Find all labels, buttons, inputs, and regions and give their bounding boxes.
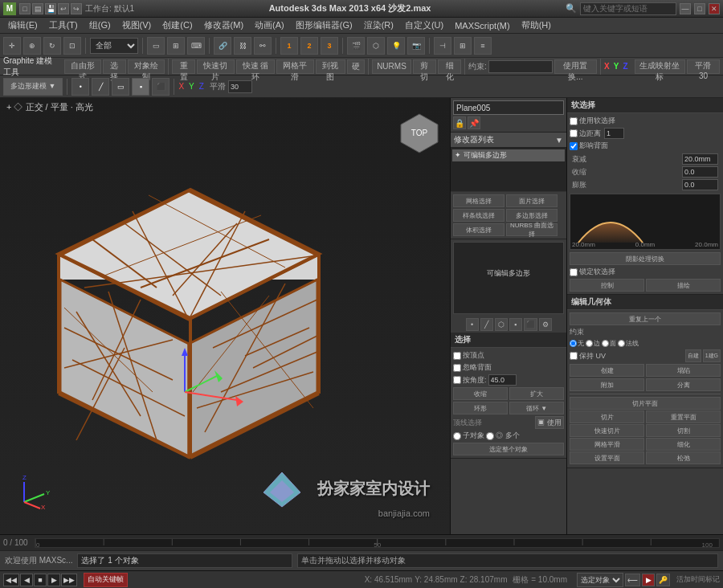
- filter-dropdown[interactable]: 全部: [90, 38, 138, 54]
- loop-btn[interactable]: 循环 ▼: [509, 402, 564, 414]
- undo-btn[interactable]: ↩: [58, 3, 69, 14]
- pin-icon[interactable]: 📌: [468, 116, 480, 129]
- repeat-last-btn[interactable]: 重复上一个: [570, 312, 721, 325]
- end-btn[interactable]: ▶▶: [61, 574, 77, 586]
- make-planar-btn[interactable]: 设置平面: [570, 451, 644, 464]
- angle-chk[interactable]: [453, 376, 461, 384]
- icon-face[interactable]: ▪: [509, 318, 522, 331]
- face-radio[interactable]: [602, 340, 609, 347]
- menu-tools[interactable]: 工具(T): [44, 18, 83, 33]
- align-icon[interactable]: ≡: [474, 37, 492, 55]
- num3-icon[interactable]: 3: [321, 37, 338, 55]
- collapse-btn[interactable]: 塌陷: [646, 364, 721, 377]
- paint-btn[interactable]: 对象绘制: [128, 59, 165, 74]
- render-icon[interactable]: 🎬: [347, 37, 365, 55]
- poly-sel-btn[interactable]: 多边形选择: [506, 209, 558, 222]
- nurms-btn[interactable]: NURMS: [372, 59, 411, 74]
- bubble-input[interactable]: [682, 179, 718, 190]
- edge-dist-chk[interactable]: [570, 129, 578, 137]
- smooth-val-btn[interactable]: 生成映射坐标: [635, 59, 685, 74]
- key-mode-btn[interactable]: 自动关键帧: [84, 573, 128, 587]
- affect-back-chk[interactable]: [570, 142, 578, 150]
- element-icon[interactable]: ⬛: [152, 78, 170, 96]
- multi-radio[interactable]: [486, 432, 494, 440]
- select-mode-dropdown[interactable]: 选定对象: [577, 573, 623, 587]
- icon-settings[interactable]: ⚙: [539, 318, 552, 331]
- nav-cube[interactable]: TOP: [398, 110, 438, 150]
- menu-edit[interactable]: 编辑(E): [3, 18, 43, 33]
- select-icon[interactable]: ✛: [3, 37, 21, 55]
- move-icon[interactable]: ⊕: [23, 37, 41, 55]
- refine-btn[interactable]: 细化: [438, 59, 461, 74]
- stop-btn[interactable]: ■: [34, 574, 47, 586]
- mesh-sel-btn[interactable]: 网格选择: [453, 194, 504, 207]
- window-cross-icon[interactable]: ⊞: [167, 37, 185, 55]
- poly-mode-btn[interactable]: 多边形建模 ▼: [3, 78, 63, 96]
- slice-btn[interactable]: 切片: [570, 410, 644, 423]
- menu-create[interactable]: 创建(C): [157, 18, 197, 33]
- menu-view[interactable]: 视图(V): [117, 18, 157, 33]
- next-btn[interactable]: ▶: [47, 574, 60, 586]
- ring-btn[interactable]: 环形: [453, 402, 508, 414]
- minimize-btn[interactable]: —: [680, 3, 691, 14]
- nurbs-sel-btn[interactable]: NURBS 曲面选择: [506, 223, 558, 236]
- close-btn[interactable]: ✕: [709, 3, 720, 14]
- vertex-icon[interactable]: •: [71, 78, 89, 96]
- prev-btn[interactable]: ◀: [20, 574, 33, 586]
- scale-icon[interactable]: ⊡: [63, 37, 81, 55]
- light-icon[interactable]: 💡: [387, 37, 405, 55]
- normal-radio[interactable]: [618, 340, 625, 347]
- use-soft-chk[interactable]: [570, 117, 578, 125]
- mirror-icon[interactable]: ⊣: [434, 37, 451, 55]
- icon-element[interactable]: ⬛: [524, 318, 537, 331]
- meshsmooth-btn[interactable]: 网格平滑: [276, 59, 313, 74]
- lock-icon[interactable]: 🔒: [453, 116, 466, 129]
- redo-btn[interactable]: ↪: [71, 3, 82, 14]
- num2-icon[interactable]: 2: [300, 37, 318, 55]
- quickslice-btn[interactable]: 快速切片: [197, 59, 234, 74]
- open-btn[interactable]: ▤: [32, 3, 43, 14]
- play-btn[interactable]: ◀◀: [3, 574, 19, 586]
- reset-btn[interactable]: 重置: [172, 59, 195, 74]
- num1-icon[interactable]: 1: [280, 37, 298, 55]
- select-btn[interactable]: 选择: [103, 59, 126, 74]
- use-constraint-btn[interactable]: 使用置换...: [554, 59, 597, 74]
- detach-btn[interactable]: 分离: [646, 378, 721, 391]
- menu-customize[interactable]: 自定义(U): [400, 18, 448, 33]
- slice-plane-btn[interactable]: 切片平面: [570, 397, 721, 410]
- menu-render[interactable]: 渲染(R): [359, 18, 398, 33]
- edge-dist-input[interactable]: [604, 128, 624, 139]
- unlink-icon[interactable]: ⛓: [234, 37, 251, 55]
- smooth-angle-input[interactable]: [228, 80, 252, 93]
- menu-animation[interactable]: 动画(A): [250, 18, 289, 33]
- save-btn[interactable]: 💾: [45, 3, 56, 14]
- icon-edge[interactable]: ╱: [480, 318, 493, 331]
- meshsmooth2-btn[interactable]: 网格平滑: [570, 438, 644, 451]
- select-all-btn[interactable]: 选定整个对象: [453, 443, 564, 455]
- toview-btn[interactable]: 到视图: [316, 59, 346, 74]
- relax-btn[interactable]: 松弛: [646, 451, 721, 464]
- use-btn[interactable]: ▣ 使用: [535, 416, 564, 429]
- select-region-icon[interactable]: ▭: [147, 37, 165, 55]
- menu-maxscript[interactable]: MAXScript(M): [450, 19, 514, 32]
- preserve-uv-chk[interactable]: [570, 352, 578, 360]
- link-icon[interactable]: 🔗: [214, 37, 231, 55]
- generate-btn[interactable]: 平滑 30: [687, 59, 720, 74]
- maximize-btn[interactable]: □: [694, 3, 705, 14]
- new-btn[interactable]: □: [19, 3, 31, 14]
- control-btn[interactable]: 控制: [570, 279, 644, 292]
- camera-icon[interactable]: 📷: [407, 37, 425, 55]
- falloff-input[interactable]: [682, 153, 718, 165]
- material-icon[interactable]: ⬡: [367, 37, 385, 55]
- rotate-icon[interactable]: ↻: [43, 37, 61, 55]
- grow-btn[interactable]: 扩大: [509, 387, 564, 400]
- shrink-btn[interactable]: 收缩: [453, 387, 508, 400]
- menu-modifier[interactable]: 修改器(M): [199, 18, 249, 33]
- paint-btn2[interactable]: 描绘: [646, 279, 721, 292]
- create-btn[interactable]: 创建: [570, 364, 644, 377]
- lock-soft-chk[interactable]: [570, 268, 578, 276]
- body-sel-btn[interactable]: 体积选择: [453, 223, 504, 236]
- array-icon[interactable]: ⊞: [454, 37, 472, 55]
- edge-icon[interactable]: ╱: [92, 78, 109, 96]
- none-radio[interactable]: [570, 340, 577, 347]
